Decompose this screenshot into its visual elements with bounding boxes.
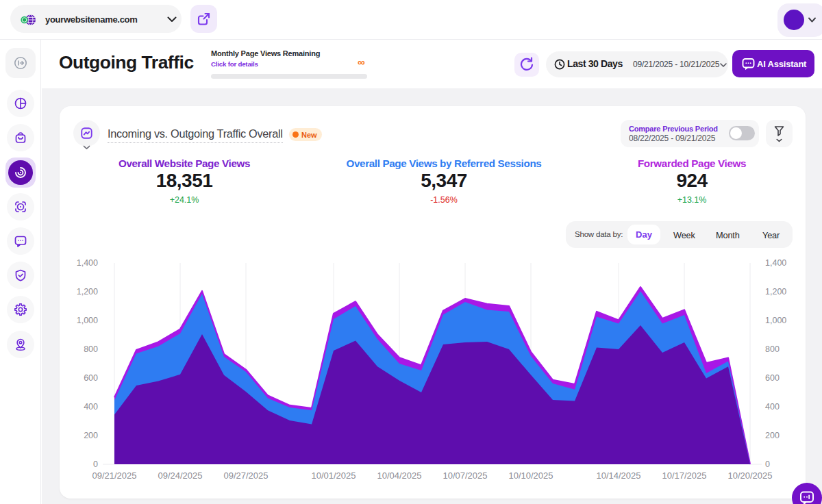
svg-text:09/24/2025: 09/24/2025 [158, 470, 202, 481]
svg-text:200: 200 [765, 431, 780, 440]
svg-text:200: 200 [84, 431, 98, 440]
svg-text:10/07/2025: 10/07/2025 [443, 470, 487, 481]
svg-text:400: 400 [765, 402, 780, 412]
svg-text:1,000: 1,000 [765, 316, 786, 325]
svg-text:10/20/2025: 10/20/2025 [727, 470, 772, 481]
svg-text:1,200: 1,200 [765, 287, 786, 297]
svg-text:1,400: 1,400 [77, 258, 98, 268]
svg-text:10/10/2025: 10/10/2025 [508, 470, 553, 481]
svg-text:0: 0 [765, 459, 770, 469]
svg-text:600: 600 [765, 373, 780, 383]
svg-text:10/04/2025: 10/04/2025 [377, 470, 421, 481]
svg-text:09/27/2025: 09/27/2025 [223, 470, 268, 481]
svg-text:10/01/2025: 10/01/2025 [311, 470, 356, 481]
svg-text:400: 400 [84, 402, 98, 412]
svg-text:1,400: 1,400 [765, 258, 786, 268]
svg-text:800: 800 [765, 344, 780, 354]
svg-text:10/17/2025: 10/17/2025 [662, 470, 706, 481]
svg-text:0: 0 [93, 459, 98, 469]
svg-text:1,000: 1,000 [77, 316, 98, 325]
svg-text:800: 800 [84, 344, 98, 354]
svg-text:1,200: 1,200 [77, 287, 98, 297]
svg-text:10/14/2025: 10/14/2025 [596, 470, 640, 481]
svg-text:09/21/2025: 09/21/2025 [92, 470, 136, 481]
svg-text:600: 600 [84, 373, 98, 383]
